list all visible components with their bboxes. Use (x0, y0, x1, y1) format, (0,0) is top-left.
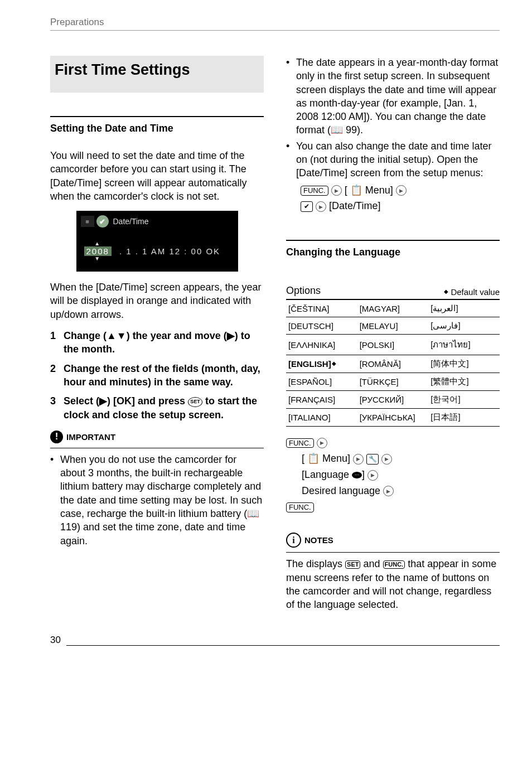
wrench-square-icon: 🔧 (366, 454, 379, 465)
lang-cell: [日本語] (428, 409, 500, 427)
lang-cell: [FRANÇAIS] (286, 391, 357, 409)
header-rule (50, 30, 500, 31)
nav-ring-icon: ▶ (381, 454, 392, 465)
step-1-text: Change (▲▼) the year and move (▶) to the… (64, 330, 250, 355)
lang-cell: [ČEŠTINA] (286, 299, 357, 317)
default-value-label: ◆ Default value (444, 287, 500, 297)
footer-rule (66, 645, 500, 646)
intro-paragraph: You will need to set the date and time o… (50, 149, 264, 203)
right-bullet-2: You can also change the date and time la… (286, 139, 500, 214)
language-table: [ČEŠTINA][MAGYAR][العربية][DEUTSCH][MELA… (286, 299, 500, 427)
seq-desired: Desired language (302, 485, 380, 496)
rule (50, 116, 264, 117)
lang-cell: [ENGLISH]◆ (286, 355, 357, 373)
rule (286, 240, 500, 241)
important-rule (50, 448, 264, 448)
lang-row: [ENGLISH]◆[ROMÂNĂ][简体中文] (286, 355, 500, 373)
lang-cell: [ITALIANO] (286, 409, 357, 427)
lang-cell: [MELAYU] (357, 317, 429, 335)
step-2-text: Change the rest of the fields (month, da… (64, 363, 260, 388)
title-box: First Time Settings (50, 56, 264, 93)
page-title: First Time Settings (55, 61, 264, 79)
lcd-body: ▲ 2008 ▼ . 1 . 1 AM 12 : 00 OK (76, 232, 238, 262)
seq-menu: [ 📋 Menu] (302, 453, 350, 464)
notes-mid: and (363, 558, 383, 569)
lang-cell: [РУССКИЙ] (357, 391, 429, 409)
right-top-bullets: The date appears in a year-month-day for… (286, 56, 500, 214)
step-2: 2Change the rest of the fields (month, d… (50, 362, 264, 389)
notes-pre: The displays (286, 558, 345, 569)
important-bullet-1: When you do not use the camcorder for ab… (50, 453, 264, 548)
lcd-up-arrow-icon: ▲ (94, 241, 101, 246)
speech-bubble-icon: ⋯ (352, 472, 362, 478)
right-bullet-2-text: You can also change the date and time la… (296, 141, 492, 179)
lang-cell: [POLSKI] (357, 335, 429, 355)
nav-ring-icon: ▶ (353, 454, 364, 465)
check-square-icon: ✔ (301, 201, 313, 212)
options-label: Options (286, 285, 321, 297)
lang-row: [ΕΛΛΗΝΙΚΑ][POLSKI][ภาษาไทย] (286, 335, 500, 355)
footer: 30 (50, 635, 500, 646)
section-header: Preparations (50, 17, 500, 28)
lang-row: [ESPAÑOL][TÜRKÇE][繁體中文] (286, 373, 500, 391)
notes-rule (286, 552, 500, 553)
seq-language-close: ] (362, 469, 365, 480)
important-label: IMPORTANT (66, 432, 115, 442)
nav-ring-icon: ▶ (331, 185, 342, 196)
menu-bracket: [ 📋 Menu] (345, 185, 393, 196)
nav-ring-icon: ▶ (367, 470, 378, 481)
lang-cell: [한국어] (428, 391, 500, 409)
lang-cell: [ภาษาไทย] (428, 335, 500, 355)
lcd-tabs: ■ ✔ Date/Time (76, 211, 238, 232)
lang-row: [FRANÇAIS][РУССКИЙ][한국어] (286, 391, 500, 409)
right-column: The date appears in a year-month-day for… (286, 56, 500, 619)
lang-cell: [العربية] (428, 299, 500, 317)
diamond-icon: ◆ (332, 360, 336, 366)
lang-cell: [ΕΛΛΗΝΙΚΑ] (286, 335, 357, 355)
lang-cell: [فارسی] (428, 317, 500, 335)
set-icon: SET (188, 397, 202, 407)
important-label-row: ! IMPORTANT (50, 431, 264, 443)
lcd-screenshot: ■ ✔ Date/Time ▲ 2008 ▼ . 1 . 1 AM 12 : 0… (76, 211, 238, 272)
diamond-icon: ◆ (444, 288, 448, 294)
seq-language-open: [Language (302, 469, 352, 480)
nav-ring-icon: ▶ (383, 486, 394, 496)
notes-label-row: i NOTES (286, 533, 500, 548)
info-icon: i (286, 533, 301, 548)
step-3: 3Select (▶) [OK] and press SET to start … (50, 394, 264, 422)
subheading-date-time: Setting the Date and Time (50, 123, 264, 134)
nav-ring-icon: ▶ (317, 438, 327, 448)
lang-cell: [MAGYAR] (357, 299, 429, 317)
important-bullets: When you do not use the camcorder for ab… (50, 453, 264, 548)
lang-cell: [ROMÂNĂ] (357, 355, 429, 373)
nav-ring-icon: ▶ (396, 185, 407, 196)
func-pill: FUNC. (383, 560, 405, 569)
after-lcd-paragraph: When the [Date/Time] screen appears, the… (50, 280, 264, 321)
lang-cell: [繁體中文] (428, 373, 500, 391)
lang-row: [ITALIANO][УКРАЇНСЬКА][日本語] (286, 409, 500, 427)
steps-list: 1Change (▲▼) the year and move (▶) to th… (50, 329, 264, 422)
func-pill: FUNC. (301, 186, 328, 196)
notes-paragraph: The displays SET and FUNC. that appear i… (286, 557, 500, 611)
lang-row: [DEUTSCH][MELAYU][فارسی] (286, 317, 500, 335)
language-sequence: FUNC. ▶ [ 📋 Menu] ▶ 🔧 ▶ [Language ⋯] ▶ D… (286, 434, 500, 515)
page-number: 30 (50, 635, 61, 646)
lang-cell: [УКРАЇНСЬКА] (357, 409, 429, 427)
nav-ring-icon: ▶ (316, 201, 326, 212)
lcd-tab-camera-icon: ■ (81, 216, 94, 227)
right-bullet-1: The date appears in a year-month-day for… (286, 56, 500, 137)
lcd-down-arrow-icon: ▼ (94, 256, 101, 262)
left-column: First Time Settings Setting the Date and… (50, 56, 264, 619)
lcd-year: 2008 (84, 246, 112, 256)
notes-label: NOTES (304, 535, 333, 545)
subheading-language: Changing the Language (286, 246, 500, 258)
func-pill: FUNC. (286, 502, 314, 512)
step-1: 1Change (▲▼) the year and move (▶) to th… (50, 329, 264, 356)
lcd-rest: . 1 . 1 AM 12 : 00 OK (119, 246, 220, 256)
lang-cell: [DEUTSCH] (286, 317, 357, 335)
lang-row: [ČEŠTINA][MAGYAR][العربية] (286, 299, 500, 317)
lang-cell: [ESPAÑOL] (286, 373, 357, 391)
lang-cell: [TÜRKÇE] (357, 373, 429, 391)
lcd-title: Date/Time (113, 217, 149, 226)
exclamation-icon: ! (50, 431, 63, 443)
